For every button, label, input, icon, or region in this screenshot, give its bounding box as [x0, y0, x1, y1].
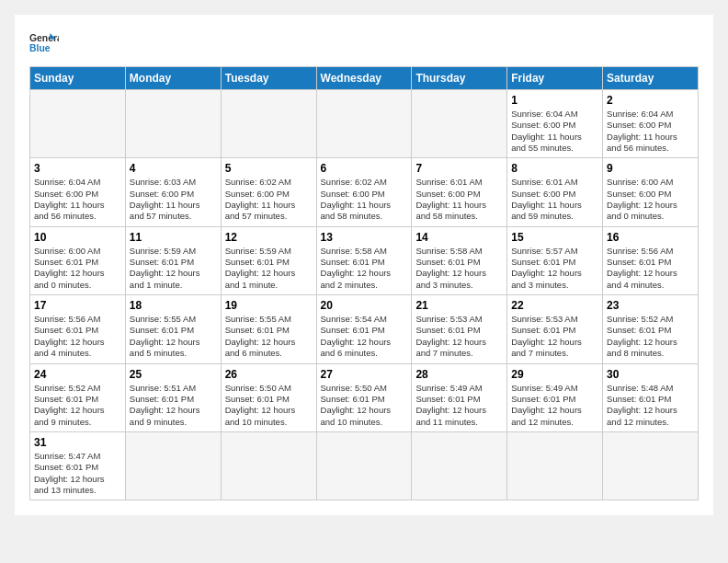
day-cell: 28Sunrise: 5:49 AM Sunset: 6:01 PM Dayli…	[412, 363, 507, 431]
day-info: Sunrise: 5:47 AM Sunset: 6:01 PM Dayligh…	[34, 451, 121, 496]
weekday-header-saturday: Saturday	[603, 67, 699, 90]
day-number: 19	[225, 299, 313, 312]
week-row-5: 31Sunrise: 5:47 AM Sunset: 6:01 PM Dayli…	[30, 431, 699, 500]
day-info: Sunrise: 5:52 AM Sunset: 6:01 PM Dayligh…	[607, 314, 694, 359]
day-cell: 20Sunrise: 5:54 AM Sunset: 6:01 PM Dayli…	[316, 295, 412, 363]
day-info: Sunrise: 6:02 AM Sunset: 6:00 PM Dayligh…	[321, 177, 408, 222]
day-number: 23	[607, 299, 694, 312]
logo: GeneralBlue	[29, 29, 59, 59]
day-cell	[603, 431, 699, 500]
day-info: Sunrise: 5:54 AM Sunset: 6:01 PM Dayligh…	[321, 314, 408, 359]
day-cell: 8Sunrise: 6:01 AM Sunset: 6:00 PM Daylig…	[507, 158, 603, 226]
day-info: Sunrise: 6:04 AM Sunset: 6:00 PM Dayligh…	[511, 109, 598, 154]
day-number: 6	[321, 162, 408, 175]
day-cell: 31Sunrise: 5:47 AM Sunset: 6:01 PM Dayli…	[30, 431, 126, 500]
day-cell: 24Sunrise: 5:52 AM Sunset: 6:01 PM Dayli…	[30, 363, 126, 431]
day-cell: 9Sunrise: 6:00 AM Sunset: 6:00 PM Daylig…	[603, 158, 699, 226]
day-cell: 14Sunrise: 5:58 AM Sunset: 6:01 PM Dayli…	[412, 226, 507, 294]
header-area: GeneralBlue	[29, 29, 699, 59]
day-number: 9	[607, 162, 694, 175]
week-row-4: 24Sunrise: 5:52 AM Sunset: 6:01 PM Dayli…	[30, 363, 699, 431]
day-info: Sunrise: 5:53 AM Sunset: 6:01 PM Dayligh…	[511, 314, 598, 359]
day-cell: 29Sunrise: 5:49 AM Sunset: 6:01 PM Dayli…	[507, 363, 603, 431]
day-number: 4	[130, 162, 217, 175]
day-number: 10	[34, 231, 121, 244]
day-number: 21	[415, 299, 503, 312]
day-info: Sunrise: 5:59 AM Sunset: 6:01 PM Dayligh…	[130, 246, 217, 291]
day-info: Sunrise: 5:53 AM Sunset: 6:01 PM Dayligh…	[415, 314, 503, 359]
calendar-header: SundayMondayTuesdayWednesdayThursdayFrid…	[30, 67, 699, 90]
day-number: 8	[511, 162, 598, 175]
day-info: Sunrise: 6:01 AM Sunset: 6:00 PM Dayligh…	[511, 177, 598, 222]
day-info: Sunrise: 5:50 AM Sunset: 6:01 PM Dayligh…	[225, 383, 313, 428]
day-cell: 1Sunrise: 6:04 AM Sunset: 6:00 PM Daylig…	[507, 90, 603, 158]
day-number: 30	[607, 368, 694, 381]
day-number: 24	[34, 368, 121, 381]
day-cell: 21Sunrise: 5:53 AM Sunset: 6:01 PM Dayli…	[412, 295, 507, 363]
day-number: 17	[34, 299, 121, 312]
day-cell	[221, 431, 316, 500]
weekday-header-tuesday: Tuesday	[221, 67, 316, 90]
day-number: 11	[130, 231, 217, 244]
day-cell	[30, 90, 126, 158]
week-row-3: 17Sunrise: 5:56 AM Sunset: 6:01 PM Dayli…	[30, 295, 699, 363]
day-info: Sunrise: 5:51 AM Sunset: 6:01 PM Dayligh…	[130, 383, 217, 428]
weekday-header-monday: Monday	[125, 67, 221, 90]
day-number: 28	[415, 368, 503, 381]
day-cell: 22Sunrise: 5:53 AM Sunset: 6:01 PM Dayli…	[507, 295, 603, 363]
day-info: Sunrise: 5:58 AM Sunset: 6:01 PM Dayligh…	[415, 246, 503, 291]
day-info: Sunrise: 6:00 AM Sunset: 6:00 PM Dayligh…	[607, 177, 694, 222]
day-cell: 26Sunrise: 5:50 AM Sunset: 6:01 PM Dayli…	[221, 363, 316, 431]
day-cell: 23Sunrise: 5:52 AM Sunset: 6:01 PM Dayli…	[603, 295, 699, 363]
weekday-header-wednesday: Wednesday	[316, 67, 412, 90]
weekday-header-thursday: Thursday	[412, 67, 507, 90]
generalblue-logo-icon: GeneralBlue	[29, 29, 59, 59]
day-cell: 25Sunrise: 5:51 AM Sunset: 6:01 PM Dayli…	[125, 363, 221, 431]
day-number: 16	[607, 231, 694, 244]
day-number: 14	[415, 231, 503, 244]
calendar-page: GeneralBlue SundayMondayTuesdayWednesday…	[15, 15, 713, 515]
day-info: Sunrise: 6:04 AM Sunset: 6:00 PM Dayligh…	[34, 177, 121, 222]
day-cell: 12Sunrise: 5:59 AM Sunset: 6:01 PM Dayli…	[221, 226, 316, 294]
day-cell	[316, 431, 412, 500]
day-cell	[221, 90, 316, 158]
week-row-2: 10Sunrise: 6:00 AM Sunset: 6:01 PM Dayli…	[30, 226, 699, 294]
calendar-table: SundayMondayTuesdayWednesdayThursdayFrid…	[29, 66, 699, 500]
day-cell	[316, 90, 412, 158]
weekday-header-sunday: Sunday	[30, 67, 126, 90]
day-cell: 4Sunrise: 6:03 AM Sunset: 6:00 PM Daylig…	[125, 158, 221, 226]
day-cell	[507, 431, 603, 500]
day-info: Sunrise: 5:49 AM Sunset: 6:01 PM Dayligh…	[415, 383, 503, 428]
day-info: Sunrise: 6:00 AM Sunset: 6:01 PM Dayligh…	[34, 246, 121, 291]
day-cell: 15Sunrise: 5:57 AM Sunset: 6:01 PM Dayli…	[507, 226, 603, 294]
day-number: 1	[511, 94, 598, 107]
day-info: Sunrise: 6:03 AM Sunset: 6:00 PM Dayligh…	[130, 177, 217, 222]
day-info: Sunrise: 5:59 AM Sunset: 6:01 PM Dayligh…	[225, 246, 313, 291]
day-cell: 10Sunrise: 6:00 AM Sunset: 6:01 PM Dayli…	[30, 226, 126, 294]
day-cell: 18Sunrise: 5:55 AM Sunset: 6:01 PM Dayli…	[125, 295, 221, 363]
day-cell: 6Sunrise: 6:02 AM Sunset: 6:00 PM Daylig…	[316, 158, 412, 226]
day-number: 5	[225, 162, 313, 175]
day-number: 20	[321, 299, 408, 312]
day-cell: 17Sunrise: 5:56 AM Sunset: 6:01 PM Dayli…	[30, 295, 126, 363]
day-number: 27	[321, 368, 408, 381]
day-number: 31	[34, 436, 121, 449]
day-number: 22	[511, 299, 598, 312]
day-info: Sunrise: 5:48 AM Sunset: 6:01 PM Dayligh…	[607, 383, 694, 428]
day-info: Sunrise: 5:52 AM Sunset: 6:01 PM Dayligh…	[34, 383, 121, 428]
day-cell: 7Sunrise: 6:01 AM Sunset: 6:00 PM Daylig…	[412, 158, 507, 226]
day-number: 18	[130, 299, 217, 312]
week-row-1: 3Sunrise: 6:04 AM Sunset: 6:00 PM Daylig…	[30, 158, 699, 226]
day-info: Sunrise: 5:58 AM Sunset: 6:01 PM Dayligh…	[321, 246, 408, 291]
day-number: 7	[415, 162, 503, 175]
week-row-0: 1Sunrise: 6:04 AM Sunset: 6:00 PM Daylig…	[30, 90, 699, 158]
day-cell: 2Sunrise: 6:04 AM Sunset: 6:00 PM Daylig…	[603, 90, 699, 158]
day-number: 25	[130, 368, 217, 381]
day-info: Sunrise: 5:57 AM Sunset: 6:01 PM Dayligh…	[511, 246, 598, 291]
day-cell: 11Sunrise: 5:59 AM Sunset: 6:01 PM Dayli…	[125, 226, 221, 294]
day-cell: 19Sunrise: 5:55 AM Sunset: 6:01 PM Dayli…	[221, 295, 316, 363]
day-cell: 27Sunrise: 5:50 AM Sunset: 6:01 PM Dayli…	[316, 363, 412, 431]
day-number: 29	[511, 368, 598, 381]
day-number: 2	[607, 94, 694, 107]
day-info: Sunrise: 5:55 AM Sunset: 6:01 PM Dayligh…	[130, 314, 217, 359]
